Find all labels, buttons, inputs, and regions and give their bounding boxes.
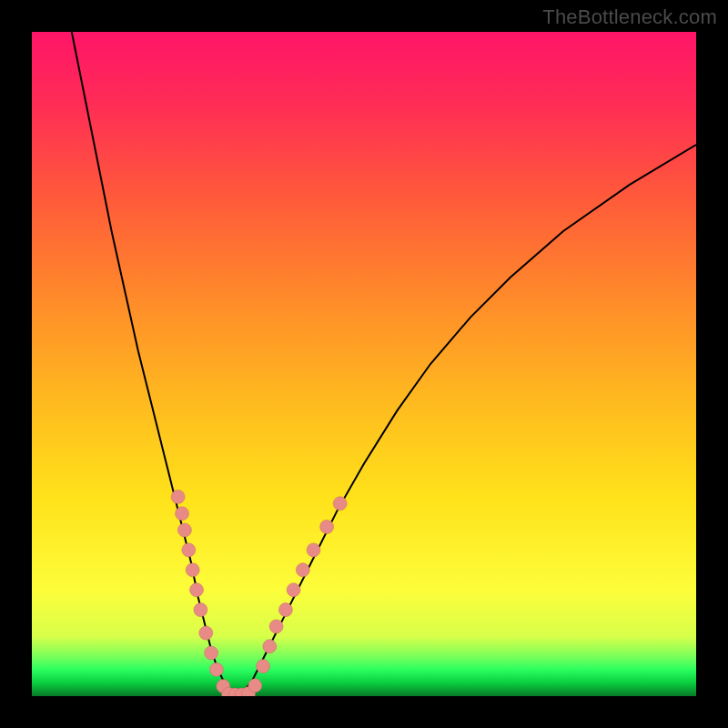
curve-svg [32, 32, 696, 696]
data-marker [176, 507, 189, 521]
chart-frame: TheBottleneck.com [0, 0, 728, 728]
curve-right-path [231, 145, 696, 696]
data-marker [190, 583, 204, 597]
marker-layer [171, 490, 347, 697]
data-marker [182, 543, 196, 557]
data-marker [333, 497, 347, 511]
data-marker [171, 490, 185, 504]
data-marker [205, 646, 218, 660]
data-marker [296, 563, 309, 577]
data-marker [269, 620, 283, 633]
watermark-text: TheBottleneck.com [542, 5, 717, 29]
data-marker [320, 520, 334, 533]
plot-area [32, 32, 696, 696]
data-marker [194, 603, 207, 617]
data-marker [199, 626, 213, 640]
data-marker [186, 563, 199, 577]
data-marker [307, 543, 320, 557]
data-marker [263, 640, 277, 653]
data-marker [287, 583, 300, 597]
curve-right [231, 145, 696, 696]
data-marker [209, 662, 223, 676]
data-marker [248, 679, 262, 693]
data-marker [257, 660, 270, 673]
data-marker [278, 603, 292, 617]
curve-left-path [72, 32, 231, 696]
data-marker [177, 523, 191, 537]
curve-left [72, 32, 231, 696]
